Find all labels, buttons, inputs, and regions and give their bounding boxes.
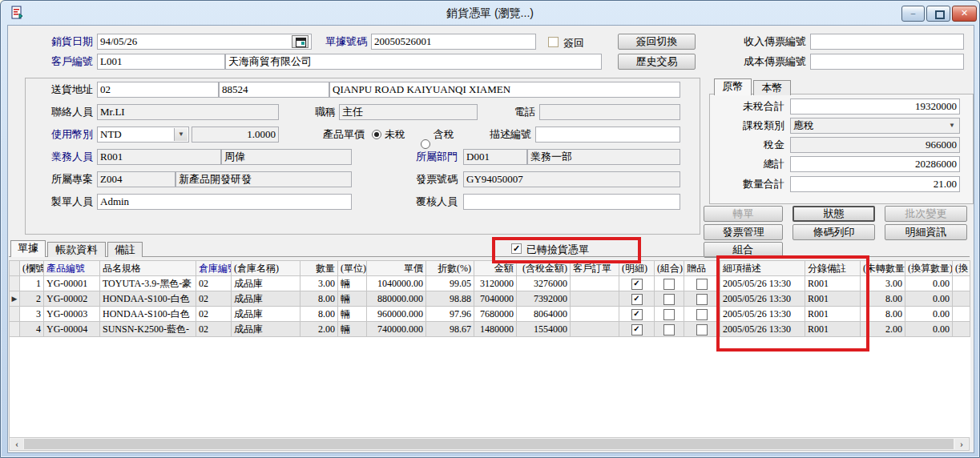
tab-local-currency[interactable]: 本幣 [753,80,791,95]
reviewer-field[interactable] [463,194,680,210]
table-cell[interactable] [571,307,619,322]
table-cell[interactable]: 97.96 [426,307,474,322]
salesman-name-field[interactable]: 周偉 [221,149,352,165]
salesman-code-field[interactable]: R001 [97,149,221,165]
column-header[interactable]: 品名規格 [100,261,196,276]
column-header[interactable]: 數量 [300,261,338,276]
tab-remarks[interactable]: 備註 [107,242,143,257]
table-cell[interactable]: TOYUTA-3.9-黑色-豪 [100,276,196,291]
table-cell[interactable] [571,322,619,337]
table-cell[interactable]: 02 [196,322,232,337]
table-cell[interactable]: 成品庫 [232,276,300,291]
table-cell[interactable] [655,276,684,291]
unchecked-checkbox-icon[interactable] [663,324,675,335]
current-row-pointer-icon[interactable]: ▶ [10,291,20,307]
table-cell[interactable]: 7392000 [517,291,571,307]
horizontal-scrollbar[interactable]: ‹ › [9,437,970,451]
table-cell[interactable]: 98.88 [426,291,474,307]
unchecked-checkbox-icon[interactable] [663,279,675,290]
table-cell[interactable]: 1040000.00 [367,276,426,291]
income-voucher-field[interactable] [810,34,964,50]
table-cell[interactable]: 98.67 [426,322,474,337]
table-cell[interactable]: HONDAA-S100-白色 [100,291,196,307]
table-cell[interactable]: 2.00 [300,322,338,337]
table-cell[interactable]: 4 [20,322,44,337]
scroll-left-button[interactable]: ‹ [10,439,23,449]
tab-account-data[interactable]: 帳款資料 [47,242,106,257]
column-header[interactable]: 單價 [367,261,426,276]
title-bar[interactable]: 銷貨憑單 (瀏覽...) – ✕ [1,1,979,25]
unchecked-checkbox-icon[interactable] [696,324,708,335]
table-cell[interactable]: 輛 [338,322,367,337]
unchecked-checkbox-icon[interactable] [663,294,675,305]
close-button[interactable]: ✕ [952,6,977,22]
table-cell[interactable]: 880000.000 [367,291,426,307]
creator-field[interactable]: Admin [97,194,352,210]
table-cell[interactable]: YG-00003 [44,307,100,322]
row-indicator[interactable] [10,307,20,322]
table-cell[interactable]: 0.00 [905,291,953,307]
row-indicator[interactable] [10,322,20,337]
sign-back-switch-button[interactable]: 簽回切換 [618,34,696,50]
sales-date-field[interactable]: 94/05/26 [97,34,312,50]
dept-code-field[interactable]: D001 [463,149,527,165]
table-cell[interactable] [953,307,970,322]
table-cell[interactable] [953,322,970,337]
table-cell[interactable]: YG-00004 [44,322,100,337]
table-cell[interactable]: 3 [20,307,44,322]
checked-checkbox-icon[interactable]: ✓ [631,279,643,290]
table-cell[interactable]: 740000.000 [367,322,426,337]
customer-name-field[interactable]: 天海商貿有限公司 [225,54,602,70]
status-button[interactable]: 狀態 [792,206,875,222]
table-cell[interactable] [684,307,720,322]
scroll-right-button[interactable]: › [955,439,968,449]
unchecked-checkbox-icon[interactable] [696,294,708,305]
job-title-field[interactable]: 主任 [339,104,478,120]
table-cell[interactable]: 3120000 [474,276,517,291]
table-cell[interactable]: ✓ [619,322,655,337]
column-header[interactable]: (換 [953,261,970,276]
unchecked-checkbox-icon[interactable] [696,279,708,290]
column-header[interactable]: (欄號 [20,261,44,276]
table-cell[interactable]: ✓ [619,307,655,322]
table-cell[interactable]: 成品庫 [232,291,300,307]
row-indicator[interactable] [10,276,20,291]
detail-info-button[interactable]: 明細資訊 [885,224,967,240]
table-cell[interactable] [571,291,619,307]
table-cell[interactable]: 0.00 [905,307,953,322]
scrollbar-thumb[interactable] [24,439,954,449]
table-cell[interactable] [684,291,720,307]
column-header[interactable]: (單位) [338,261,367,276]
table-cell[interactable]: 1554000 [517,322,571,337]
price-incl-tax-radio[interactable] [421,139,430,149]
table-cell[interactable]: 輛 [338,291,367,307]
table-cell[interactable]: 99.05 [426,276,474,291]
unchecked-checkbox-icon[interactable] [696,309,708,320]
minimize-button[interactable]: – [901,6,925,22]
column-header[interactable]: (組合) [655,261,684,276]
dept-name-field[interactable]: 業務一部 [527,149,680,165]
table-cell[interactable] [953,276,970,291]
untaxed-total-field[interactable]: 19320000 [790,98,960,114]
table-cell[interactable] [655,322,684,337]
price-excl-tax-radio[interactable] [372,130,381,139]
table-cell[interactable] [684,276,720,291]
table-cell[interactable]: ✓ [619,276,655,291]
table-cell[interactable]: 960000.000 [367,307,426,322]
table-cell[interactable]: 7680000 [474,307,517,322]
invoice-mgmt-button[interactable]: 發票管理 [704,224,783,240]
tax-type-select[interactable]: 應稅 ▼ [790,118,960,134]
table-cell[interactable]: 成品庫 [232,322,300,337]
table-cell[interactable] [684,322,720,337]
table-cell[interactable]: 02 [196,291,232,307]
table-cell[interactable]: 2 [20,291,44,307]
table-cell[interactable]: 8064000 [517,307,571,322]
tax-field[interactable]: 966000 [790,137,960,153]
tab-original-currency[interactable]: 原幣 [714,78,752,95]
table-cell[interactable] [655,291,684,307]
transfer-button[interactable]: 轉單 [704,206,783,222]
column-header[interactable]: (換算數量) [905,261,953,276]
chevron-down-icon[interactable]: ▼ [946,119,958,132]
table-cell[interactable]: 02 [196,307,232,322]
address-zip-field[interactable]: 88524 [219,82,329,98]
